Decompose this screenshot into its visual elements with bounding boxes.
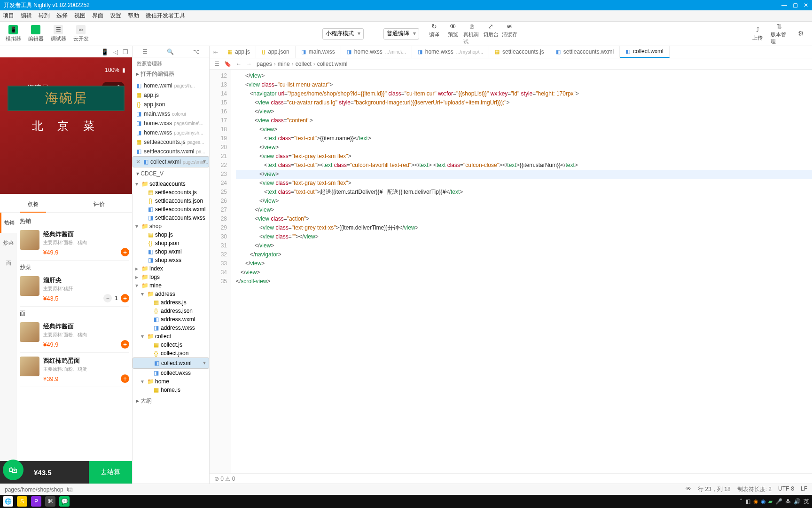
- open-editor-item[interactable]: ◧settleaccounts.wxml pa...: [133, 147, 209, 156]
- panel-collapse-icon[interactable]: ⇤: [210, 49, 222, 56]
- open-editor-item[interactable]: ▦app.js: [133, 90, 209, 100]
- menu-item[interactable]: 帮助: [128, 12, 139, 20]
- tree-file[interactable]: ◧settleaccounts.wxml: [133, 205, 209, 214]
- open-editors-section[interactable]: ▸ 打开的编辑器: [136, 71, 174, 77]
- line-ending[interactable]: LF: [801, 485, 807, 493]
- versions-button[interactable]: ⇅版本管理: [771, 23, 788, 45]
- tree-file[interactable]: ▦address.js: [133, 298, 209, 307]
- menu-item[interactable]: 转到: [39, 12, 50, 20]
- tree-file[interactable]: {}settleaccounts.json: [133, 197, 209, 205]
- terminal-icon[interactable]: ⌘: [45, 496, 55, 507]
- tree-folder[interactable]: ▾📁settleaccounts: [133, 180, 209, 188]
- tree-folder[interactable]: ▾📁collect: [133, 332, 209, 341]
- menu-item[interactable]: 选择: [56, 12, 68, 20]
- compile-select[interactable]: 普通编译: [383, 28, 419, 40]
- open-editor-item[interactable]: ◧home.wxml pages\h...: [133, 81, 209, 90]
- encoding[interactable]: UTF-8: [778, 485, 794, 493]
- cursor-position[interactable]: 行 23，列 18: [698, 485, 730, 493]
- debugger-button[interactable]: ☰调试器: [48, 23, 69, 45]
- open-editor-item[interactable]: ▦settleaccounts.js pages...: [133, 137, 209, 147]
- code-editor[interactable]: 1213141516171819202122232425262728293031…: [210, 70, 812, 473]
- tree-file[interactable]: {}address.json: [133, 307, 209, 315]
- menu-item[interactable]: 编辑: [21, 12, 32, 20]
- tree-folder[interactable]: ▾📁shop: [133, 222, 209, 230]
- list-view-icon[interactable]: ☰: [214, 61, 219, 67]
- back-icon[interactable]: ◁: [113, 48, 118, 56]
- tree-file[interactable]: ◨shop.wxss: [133, 256, 209, 264]
- mode-select[interactable]: 小程序模式: [322, 28, 364, 40]
- details-button[interactable]: ⚙: [792, 30, 809, 38]
- remote-button[interactable]: ⎚真机调试: [463, 23, 480, 45]
- tray-network-icon[interactable]: 🖧: [785, 498, 791, 505]
- open-editor-item[interactable]: ◨home.wxss pages\mysh...: [133, 128, 209, 137]
- tree-file[interactable]: ◧address.wxml: [133, 315, 209, 324]
- multi-window-icon[interactable]: ❐: [123, 48, 128, 56]
- tab-review[interactable]: 评价: [66, 197, 133, 212]
- open-editor-item[interactable]: ◨main.wxss colorui: [133, 109, 209, 119]
- tree-file[interactable]: {}shop.json: [133, 239, 209, 247]
- tab-order[interactable]: 点餐: [0, 197, 66, 212]
- tree-folder[interactable]: ▾📁home: [133, 377, 209, 386]
- menu-item[interactable]: 设置: [110, 12, 121, 20]
- problems-status[interactable]: ⊘ 0 ⚠ 0: [214, 476, 235, 482]
- eye-icon[interactable]: 👁: [686, 485, 691, 493]
- tab-size[interactable]: 制表符长度: 2: [737, 485, 772, 493]
- editor-tab[interactable]: ◨home.wxss...\mine\...: [341, 46, 412, 58]
- search-icon[interactable]: 🔍: [167, 48, 174, 55]
- project-root[interactable]: ▾ CDCE_V: [136, 170, 164, 177]
- tree-file[interactable]: ◧collect.wxml: [133, 357, 209, 369]
- editor-tab[interactable]: ▦app.js: [222, 46, 256, 58]
- tree-file[interactable]: ▦settleaccounts.js: [133, 188, 209, 197]
- copy-icon[interactable]: ⿻: [67, 486, 73, 493]
- background-button[interactable]: ⤢切后台: [482, 23, 499, 45]
- tray-volume-icon[interactable]: 🔊: [794, 498, 801, 505]
- device-icon[interactable]: 📱: [101, 48, 109, 56]
- wechat-icon[interactable]: 💬: [59, 496, 70, 507]
- plus-button[interactable]: +: [121, 248, 129, 256]
- preview-button[interactable]: 👁预览: [445, 23, 461, 45]
- cloud-button[interactable]: ∞云开发: [70, 23, 91, 45]
- tree-folder[interactable]: ▾📁mine: [133, 281, 209, 290]
- editor-tab[interactable]: ◧collect.wxml: [620, 46, 670, 58]
- tray-mic-icon[interactable]: 🎤: [775, 498, 782, 505]
- checkout-button[interactable]: 去结算: [89, 461, 132, 484]
- tray-app3-icon[interactable]: ◉: [761, 498, 765, 505]
- outline-section[interactable]: ▸ 大纲: [136, 397, 152, 404]
- open-editor-item[interactable]: ◨home.wxss pages\mine\...: [133, 119, 209, 128]
- plus-button[interactable]: +: [121, 294, 129, 302]
- tree-file[interactable]: ◨settleaccounts.wxss: [133, 214, 209, 222]
- tree-file[interactable]: ◨collect.wxss: [133, 369, 209, 377]
- menu-item[interactable]: 项目: [3, 12, 14, 20]
- tree-icon[interactable]: ☰: [142, 48, 148, 55]
- tree-folder[interactable]: ▸📁logs: [133, 273, 209, 281]
- chrome-icon[interactable]: 🌐: [3, 496, 13, 507]
- tree-folder[interactable]: ▾📁address: [133, 290, 209, 298]
- branch-icon[interactable]: ⌥: [193, 48, 200, 55]
- editor-tab[interactable]: ◨main.wxss: [296, 46, 341, 58]
- editor-tab[interactable]: ◧settleaccounts.wxml: [550, 46, 620, 58]
- tree-file[interactable]: ◧shop.wxml: [133, 247, 209, 256]
- tray-app1-icon[interactable]: ◧: [745, 498, 750, 505]
- tree-file[interactable]: ▦shop.js: [133, 230, 209, 239]
- window-maximize-icon[interactable]: ▢: [793, 2, 798, 8]
- clearcache-button[interactable]: ≋清缓存: [501, 23, 518, 45]
- simulator-button[interactable]: 📱模拟器: [3, 23, 23, 45]
- tray-app2-icon[interactable]: ◉: [753, 498, 758, 505]
- compile-button[interactable]: ↻编译: [426, 23, 443, 45]
- category-item[interactable]: 炒菜: [0, 233, 17, 253]
- editor-tab[interactable]: {}app.json: [256, 46, 296, 58]
- nav-back-icon[interactable]: ←: [236, 61, 242, 67]
- category-item[interactable]: 面: [0, 253, 17, 273]
- menu-item[interactable]: 微信开发者工具: [146, 12, 185, 20]
- editor-tab[interactable]: ◨home.wxss...\myshop\...: [412, 46, 489, 58]
- plus-button[interactable]: +: [121, 340, 129, 349]
- tree-folder[interactable]: ▸📁index: [133, 264, 209, 273]
- tree-file[interactable]: ▦collect.js: [133, 341, 209, 349]
- sublime-icon[interactable]: S: [17, 496, 27, 507]
- ime-indicator[interactable]: 英: [804, 498, 809, 506]
- minus-button[interactable]: −: [103, 294, 112, 302]
- window-close-icon[interactable]: ✕: [804, 2, 808, 8]
- open-editor-item[interactable]: {}app.json: [133, 100, 209, 109]
- tray-up-icon[interactable]: ˄: [740, 498, 742, 505]
- editor-button[interactable]: 编辑器: [25, 23, 46, 45]
